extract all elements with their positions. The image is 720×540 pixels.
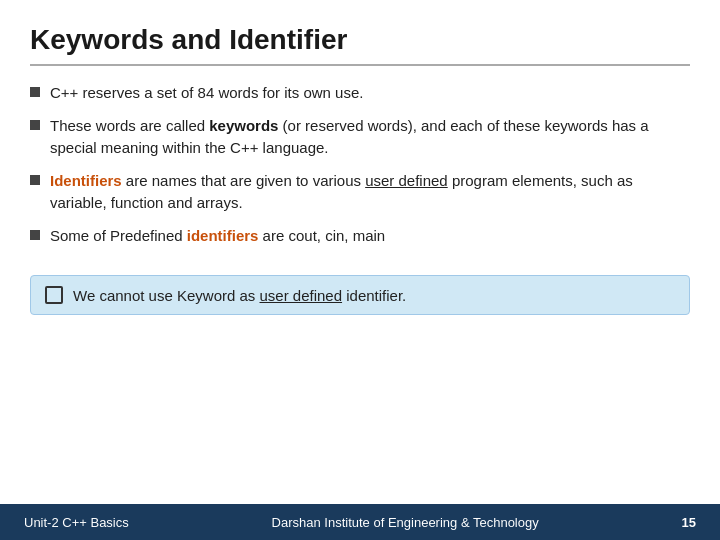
footer-page: 15 <box>682 515 696 530</box>
footer: Unit-2 C++ Basics Darshan Institute of E… <box>0 504 720 540</box>
highlight-text: We cannot use Keyword as user defined id… <box>73 287 406 304</box>
keyword-highlight: keywords <box>209 117 278 134</box>
user-defined-label: user defined <box>365 172 448 189</box>
identifiers-label: Identifiers <box>50 172 122 189</box>
list-item: C++ reserves a set of 84 words for its o… <box>30 82 690 105</box>
bullet-text-2: These words are called keywords (or rese… <box>50 115 690 160</box>
bullet-icon <box>30 175 40 185</box>
identifiers-label-2: identifiers <box>187 227 259 244</box>
list-item: Identifiers are names that are given to … <box>30 170 690 215</box>
list-item: These words are called keywords (or rese… <box>30 115 690 160</box>
checkbox-icon <box>45 286 63 304</box>
highlight-box: We cannot use Keyword as user defined id… <box>30 275 690 315</box>
footer-left: Unit-2 C++ Basics <box>24 515 129 530</box>
bullet-text-4: Some of Predefined identifiers are cout,… <box>50 225 690 248</box>
bullet-text-3: Identifiers are names that are given to … <box>50 170 690 215</box>
highlight-underline: user defined <box>260 287 343 304</box>
bullet-text-1: C++ reserves a set of 84 words for its o… <box>50 82 690 105</box>
bullet-icon <box>30 87 40 97</box>
footer-center: Darshan Institute of Engineering & Techn… <box>272 515 539 530</box>
list-item: Some of Predefined identifiers are cout,… <box>30 225 690 248</box>
title-area: Keywords and Identifier <box>30 24 690 66</box>
bullet-list: C++ reserves a set of 84 words for its o… <box>30 82 690 257</box>
bullet-icon <box>30 120 40 130</box>
slide-title: Keywords and Identifier <box>30 24 690 56</box>
slide-container: Keywords and Identifier C++ reserves a s… <box>0 0 720 540</box>
bullet-icon <box>30 230 40 240</box>
